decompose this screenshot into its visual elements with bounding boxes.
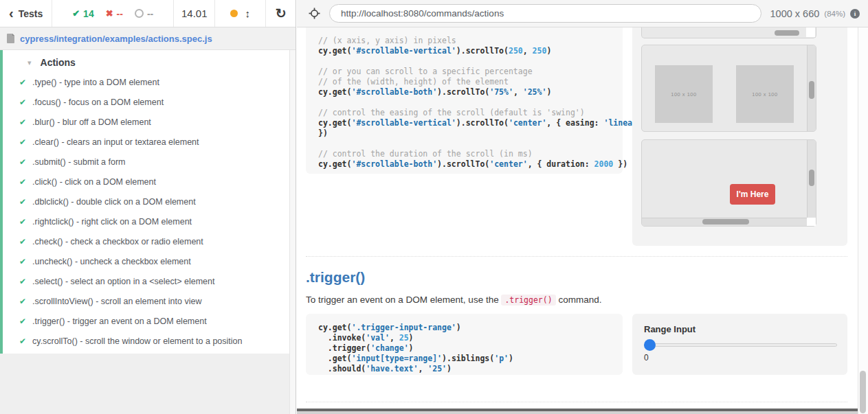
- aut-scrollbar-thumb[interactable]: [860, 371, 866, 413]
- spec-file-link[interactable]: cypress/integration/examples/actions.spe…: [20, 34, 212, 44]
- range-slider[interactable]: [644, 339, 837, 351]
- scroll-demo-panel: 100 x 100 100 x 100 I'm Here: [632, 27, 847, 246]
- test-result[interactable]: ✔.blur() - blur off a DOM element: [3, 112, 290, 132]
- suite-title: Actions: [41, 57, 76, 68]
- test-result[interactable]: ✔.clear() - clears an input or textarea …: [3, 132, 290, 152]
- check-icon: ✔: [19, 337, 26, 345]
- range-input-panel: Range Input 0: [632, 314, 847, 375]
- auto-scroll-arrow-icon: ↕: [245, 8, 250, 19]
- test-result[interactable]: ✔.type() - type into a DOM element: [3, 72, 290, 92]
- trigger-section-heading[interactable]: .trigger(): [306, 269, 365, 286]
- test-list: ✔.type() - type into a DOM element ✔.foc…: [3, 72, 290, 351]
- reporter-sidebar: ‹ Tests ✔ 14 ✖ -- -- 14.01: [0, 0, 296, 414]
- range-value-text: 0: [644, 353, 836, 363]
- iframe-bottom-gap: [297, 411, 858, 414]
- failed-stat: ✖ --: [106, 8, 123, 19]
- reporter-scrollbar[interactable]: [289, 50, 296, 414]
- rerun-button[interactable]: ↻: [266, 0, 296, 27]
- im-here-button[interactable]: I'm Here: [730, 184, 775, 205]
- trigger-description: To trigger an event on a DOM element, us…: [306, 295, 601, 305]
- scrollbar-corner: [807, 218, 816, 226]
- aut-header: http://localhost:8080/commands/actions 1…: [297, 0, 868, 27]
- check-icon: ✔: [19, 297, 26, 306]
- viewport-info: 1000 x 660 (84%) i: [770, 8, 860, 19]
- scrollable-vertical-box: 100 x 100 100 x 100: [641, 45, 816, 132]
- inline-code-chip: .trigger(): [501, 295, 555, 306]
- horizontal-scrollbar-thumb[interactable]: [702, 219, 749, 225]
- auto-scroll-dot-icon: [230, 10, 238, 17]
- spec-file-row: cypress/integration/examples/actions.spe…: [0, 27, 296, 50]
- test-result[interactable]: ✔.scrollIntoView() - scroll an element i…: [3, 291, 290, 311]
- url-text: http://localhost:8080/commands/actions: [341, 8, 504, 19]
- check-icon: ✔: [19, 178, 26, 186]
- check-icon: ✔: [19, 138, 26, 146]
- failed-count: --: [117, 8, 123, 19]
- test-result[interactable]: ✔.trigger() - trigger an event on a DOM …: [3, 311, 290, 331]
- stats-group: ✔ 14 ✖ -- --: [52, 0, 174, 27]
- viewport-size: 1000 x 660: [770, 8, 820, 19]
- check-icon: ✔: [19, 277, 26, 286]
- test-result[interactable]: ✔.rightclick() - right click on a DOM el…: [3, 211, 290, 231]
- test-result[interactable]: ✔.select() - select an option in a <sele…: [3, 271, 290, 291]
- trigger-code-block: cy.get('.trigger-input-range') .invoke('…: [306, 314, 623, 375]
- url-input[interactable]: http://localhost:8080/commands/actions: [329, 4, 761, 23]
- section-divider: [306, 256, 847, 257]
- scrollto-code-block: // (x axis, y axis) in pixelscy.get('#sc…: [306, 27, 623, 174]
- vertical-scrollbar-thumb[interactable]: [809, 81, 814, 99]
- scrollbar-corner: [806, 27, 815, 37]
- check-icon: ✔: [19, 118, 26, 126]
- suite-actions: ▾ Actions ✔.type() - type into a DOM ele…: [0, 50, 290, 354]
- check-icon: ✔: [19, 317, 26, 325]
- viewport-scale: (84%): [824, 10, 845, 18]
- auto-scroll-toggle[interactable]: ↕: [215, 0, 266, 27]
- back-label: Tests: [19, 8, 43, 19]
- info-icon[interactable]: i: [850, 9, 860, 19]
- aut-frame: http://localhost:8080/commands/actions 1…: [297, 0, 868, 414]
- pending-stat: --: [135, 8, 153, 19]
- test-result[interactable]: ✔cy.scrollTo() - scroll the window or el…: [3, 331, 290, 351]
- cypress-test-runner: ‹ Tests ✔ 14 ✖ -- -- 14.01: [0, 0, 868, 414]
- back-to-tests-button[interactable]: ‹ Tests: [0, 0, 52, 27]
- check-icon: ✔: [19, 257, 26, 266]
- scrollable-both-box: I'm Here: [641, 139, 816, 227]
- horizontal-scrollbar-thumb[interactable]: [775, 30, 799, 36]
- test-result[interactable]: ✔.dblclick() - double click on a DOM ele…: [3, 192, 290, 211]
- check-icon: ✔: [19, 218, 26, 226]
- passed-count: 14: [83, 8, 94, 19]
- pending-circle-icon: [135, 9, 144, 18]
- vertical-scrollbar-thumb[interactable]: [809, 170, 814, 186]
- check-icon: ✔: [19, 98, 26, 106]
- check-icon: ✔: [72, 9, 80, 18]
- test-result[interactable]: ✔.check() - check a checkbox or radio el…: [3, 231, 290, 251]
- pending-count: --: [147, 8, 153, 19]
- passed-stat: ✔ 14: [72, 8, 93, 19]
- range-input-label: Range Input: [644, 324, 836, 334]
- check-icon: ✔: [19, 198, 26, 206]
- file-icon: [7, 34, 15, 43]
- aut-viewport: // (x axis, y axis) in pixelscy.get('#sc…: [297, 27, 868, 414]
- scrollable-horizontal-box: [641, 27, 816, 38]
- test-result[interactable]: ✔.click() - click on a DOM element: [3, 172, 290, 192]
- section-divider: [306, 402, 847, 402]
- check-icon: ✔: [19, 158, 26, 166]
- placeholder-image: 100 x 100: [736, 65, 794, 123]
- duration-display: 14.01: [174, 0, 215, 27]
- test-result[interactable]: ✔.uncheck() - uncheck a checkbox element: [3, 251, 290, 271]
- reporter-header: ‹ Tests ✔ 14 ✖ -- -- 14.01: [0, 0, 296, 27]
- suite-header[interactable]: ▾ Actions: [3, 50, 290, 72]
- back-chevron-icon: ‹: [9, 6, 14, 20]
- placeholder-image: 100 x 100: [655, 65, 713, 123]
- test-result[interactable]: ✔.focus() - focus on a DOM element: [3, 92, 290, 112]
- range-slider-thumb[interactable]: [644, 339, 656, 351]
- check-icon: ✔: [19, 238, 26, 246]
- check-icon: ✔: [19, 78, 26, 87]
- selector-playground-icon[interactable]: [309, 8, 320, 19]
- range-slider-track[interactable]: [644, 343, 837, 347]
- cross-icon: ✖: [106, 9, 113, 18]
- refresh-icon: ↻: [276, 7, 287, 20]
- caret-down-icon: ▾: [27, 59, 32, 67]
- aut-scrollbar-track[interactable]: [858, 27, 868, 414]
- test-result[interactable]: ✔.submit() - submit a form: [3, 152, 290, 172]
